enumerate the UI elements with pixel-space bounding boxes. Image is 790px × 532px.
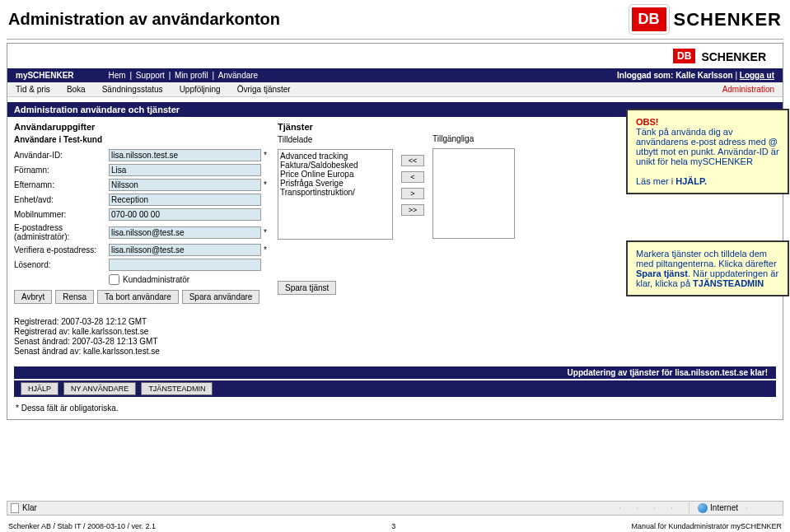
logged-in-user: Kalle Karlsson	[675, 71, 732, 80]
required-icon: *	[261, 228, 269, 237]
callout1-text2a: Läs mer i	[636, 176, 675, 186]
available-label: Tillgängliga	[432, 134, 515, 143]
callout1-text: Tänk på använda dig av användarens e-pos…	[636, 127, 779, 166]
inner-logo: DB SCHENKER	[7, 44, 783, 68]
input-mobile[interactable]	[109, 208, 261, 221]
remove-user-button[interactable]: Ta bort användare	[97, 290, 179, 304]
label-email: E-postadress (administratör):	[14, 223, 109, 241]
portal-brand: mySCHENKER	[16, 71, 74, 80]
logout-link[interactable]: Logga ut	[740, 71, 774, 80]
label-firstname: Förnamn:	[14, 166, 109, 175]
move-right-button[interactable]: >	[401, 188, 424, 199]
callout-obs: OBS! Tänk på använda dig av användarens …	[626, 109, 789, 194]
clear-button[interactable]: Rensa	[55, 290, 94, 304]
label-mobile: Mobilnummer:	[14, 210, 109, 219]
list-item[interactable]: Price Online Europa	[280, 170, 390, 179]
mod-date-label: Senast ändrad:	[14, 337, 70, 346]
subhead-user: Användare i Test-kund	[14, 135, 269, 144]
cancel-button[interactable]: Avbryt	[14, 290, 52, 304]
list-item[interactable]: Transportinstruktion/	[280, 188, 390, 197]
mod-by-label: Senast ändrad av:	[14, 347, 81, 356]
brand-name-small: SCHENKER	[701, 50, 766, 63]
group-userinfo: Användaruppgifter	[14, 122, 269, 132]
new-user-button[interactable]: NY ANVÄNDARE	[63, 382, 136, 395]
checkbox-kundadmin[interactable]	[109, 274, 119, 285]
db-logo-icon: DB	[629, 5, 669, 34]
subnav-ovriga[interactable]: Övriga tjänster	[237, 85, 291, 94]
footer-center: 3	[391, 522, 395, 530]
nav-minprofil[interactable]: Min profil	[175, 71, 208, 80]
input-userid[interactable]	[109, 149, 261, 161]
status-bar: Uppdatering av tjänster för lisa.nilsson…	[14, 366, 776, 379]
db-logo-small-icon: DB	[673, 49, 695, 63]
input-verify[interactable]	[109, 244, 261, 256]
callout2-t1: Markera tjänster och tilldela dem med pi…	[636, 249, 777, 268]
mod-date: 2007-03-28 12:13 GMT	[72, 337, 158, 346]
label-userid: Användar-ID:	[14, 151, 109, 160]
mod-by: kalle.karlsson.test.se	[83, 347, 160, 356]
input-dept[interactable]	[109, 194, 261, 206]
ie-zone: Internet	[710, 503, 738, 512]
move-all-left-button[interactable]: <<	[401, 155, 424, 166]
subnav-uppfoljning[interactable]: Uppföljning	[180, 85, 221, 94]
document-icon	[11, 503, 19, 513]
footer-left: Schenker AB / Stab IT / 2008-03-10 / ver…	[8, 522, 156, 530]
logged-in-label: Inloggad som:	[617, 71, 673, 80]
callout1-help: HJÄLP.	[675, 176, 707, 186]
obs-label: OBS!	[636, 117, 659, 127]
subnav-sandningsstatus[interactable]: Sändningsstatus	[102, 85, 163, 94]
nav-anvandare[interactable]: Användare	[218, 71, 258, 80]
label-password: Lösenord:	[14, 260, 109, 269]
navbar-sub: Tid & pris Boka Sändningsstatus Uppföljn…	[7, 82, 783, 97]
subnav-administration[interactable]: Administration	[722, 85, 774, 94]
list-item[interactable]: Advanced tracking	[280, 152, 390, 161]
subnav-tidpris[interactable]: Tid & pris	[16, 85, 50, 94]
brand-name: SCHENKER	[674, 9, 782, 30]
ie-status-bar: Klar Internet	[7, 501, 783, 516]
label-lastname: Efternamn:	[14, 180, 109, 189]
help-button[interactable]: HJÄLP	[21, 382, 58, 395]
label-dept: Enhet/avd:	[14, 195, 109, 204]
list-item[interactable]: Prisfråga Sverige	[280, 179, 390, 188]
required-note: * Dessa fält är obligatoriska.	[16, 404, 774, 413]
ie-done: Klar	[22, 503, 37, 512]
service-admin-button[interactable]: TJÄNSTEADMIN	[141, 382, 213, 395]
input-lastname[interactable]	[109, 179, 261, 191]
move-left-button[interactable]: <	[401, 171, 424, 183]
assigned-listbox[interactable]: Advanced tracking Faktura/Saldobesked Pr…	[278, 149, 393, 240]
callout-services: Markera tjänster och tilldela dem med pi…	[626, 240, 789, 296]
navbar-top: mySCHENKER Hem | Support | Min profil | …	[7, 68, 783, 82]
brand-logo: DB SCHENKER	[629, 5, 782, 34]
save-service-button[interactable]: Spara tjänst	[278, 281, 336, 295]
reg-by: kalle.karlsson.test.se	[72, 327, 149, 336]
reg-by-label: Registrerad av:	[14, 327, 70, 336]
required-icon: *	[261, 151, 269, 160]
callout2-b1: Spara tjänst	[636, 268, 688, 278]
group-services: Tjänster	[278, 122, 393, 132]
input-email[interactable]	[109, 226, 261, 239]
input-firstname[interactable]	[109, 164, 261, 176]
required-icon: *	[261, 245, 269, 254]
reg-date-label: Registrerad:	[14, 317, 58, 326]
subnav-boka[interactable]: Boka	[67, 85, 86, 94]
save-user-button[interactable]: Spara användare	[182, 290, 260, 304]
input-password[interactable]	[109, 259, 261, 271]
page-title: Administration av användarkonton	[8, 10, 280, 29]
footer-right: Manual för Kundadministratör mySCHENKER	[631, 522, 782, 530]
required-icon: *	[261, 180, 269, 189]
label-kundadmin: Kundadministratör	[123, 275, 189, 284]
nav-support[interactable]: Support	[136, 71, 165, 80]
assigned-label: Tilldelade	[278, 135, 393, 144]
label-verify: Verifiera e-postadress:	[14, 245, 109, 254]
callout2-b2: TJÄNSTEADMIN	[693, 278, 764, 288]
reg-date: 2007-03-28 12:12 GMT	[61, 317, 147, 326]
move-all-right-button[interactable]: >>	[401, 204, 424, 216]
app-frame: DB SCHENKER mySCHENKER Hem | Support | M…	[7, 43, 783, 420]
nav-hem[interactable]: Hem	[109, 71, 126, 80]
available-listbox[interactable]	[432, 148, 515, 239]
globe-icon	[698, 503, 708, 513]
list-item[interactable]: Faktura/Saldobesked	[280, 161, 390, 170]
